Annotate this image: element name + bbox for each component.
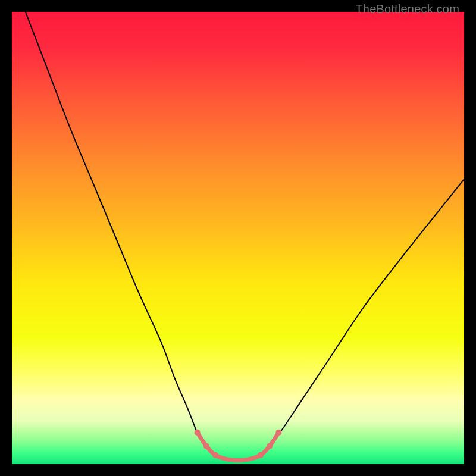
trough-dot: [203, 443, 209, 449]
trough-dot: [195, 430, 201, 436]
trough-dot: [267, 443, 273, 449]
trough-dot: [212, 452, 218, 458]
bottleneck-chart: [12, 12, 464, 464]
watermark-text: TheBottleneck.com: [355, 2, 459, 16]
trough-dot: [258, 452, 264, 458]
chart-frame: [12, 12, 464, 464]
chart-background: [12, 12, 464, 464]
trough-dot: [275, 430, 281, 436]
